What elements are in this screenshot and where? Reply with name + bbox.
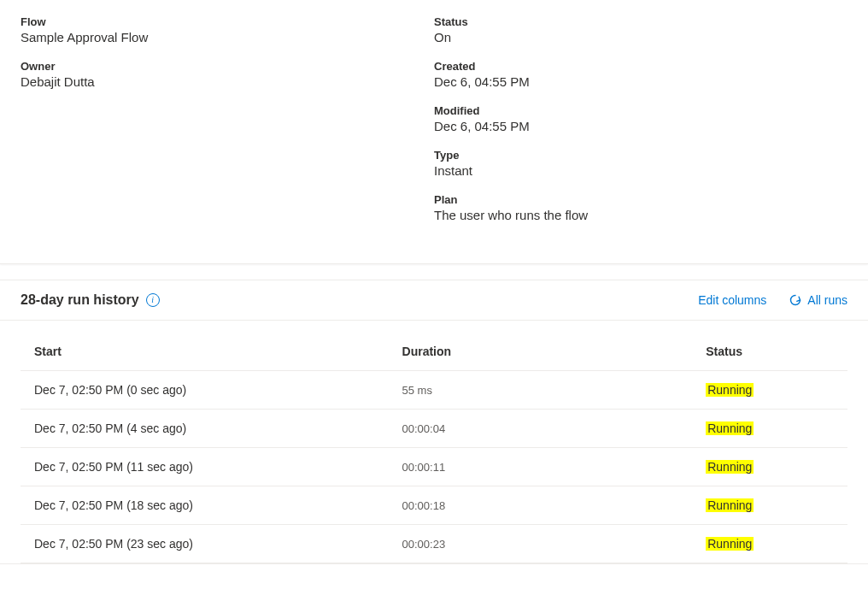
type-value: Instant	[434, 163, 847, 178]
run-duration: 00:00:11	[402, 461, 707, 474]
run-start: Dec 7, 02:50 PM (18 sec ago)	[34, 498, 402, 512]
refresh-icon	[789, 293, 802, 307]
flow-details-card: Flow Sample Approval Flow Owner Debajit …	[0, 0, 868, 264]
run-history-header: 28-day run history i Edit columns All ru…	[0, 280, 868, 321]
table-row[interactable]: Dec 7, 02:50 PM (18 sec ago) 00:00:18 Ru…	[21, 486, 847, 525]
run-status: Running	[706, 421, 834, 435]
run-start: Dec 7, 02:50 PM (4 sec ago)	[34, 421, 402, 435]
column-header-start[interactable]: Start	[34, 345, 402, 358]
run-history-title: 28-day run history	[21, 292, 139, 308]
detail-group-owner: Owner Debajit Dutta	[21, 60, 417, 89]
run-start: Dec 7, 02:50 PM (23 sec ago)	[34, 537, 402, 551]
run-duration: 00:00:23	[402, 538, 707, 551]
modified-value: Dec 6, 04:55 PM	[434, 119, 847, 133]
run-duration: 55 ms	[402, 384, 707, 397]
table-row[interactable]: Dec 7, 02:50 PM (4 sec ago) 00:00:04 Run…	[21, 410, 847, 448]
detail-group-flow: Flow Sample Approval Flow	[21, 15, 417, 44]
column-header-status[interactable]: Status	[706, 345, 834, 358]
details-right-column: Status On Created Dec 6, 04:55 PM Modifi…	[434, 15, 847, 238]
detail-label: Owner	[21, 60, 417, 73]
detail-group-modified: Modified Dec 6, 04:55 PM	[434, 104, 847, 133]
status-value: On	[434, 30, 847, 44]
column-header-duration[interactable]: Duration	[402, 345, 707, 358]
run-start: Dec 7, 02:50 PM (11 sec ago)	[34, 460, 402, 474]
detail-label: Plan	[434, 193, 847, 206]
run-duration: 00:00:18	[402, 499, 707, 512]
detail-group-status: Status On	[434, 15, 847, 44]
flow-name: Sample Approval Flow	[21, 30, 417, 44]
run-status: Running	[706, 498, 834, 512]
info-icon[interactable]: i	[146, 293, 160, 307]
run-start: Dec 7, 02:50 PM (0 sec ago)	[34, 383, 402, 397]
status-badge: Running	[706, 460, 754, 474]
status-badge: Running	[706, 537, 754, 551]
status-badge: Running	[706, 498, 754, 512]
table-row[interactable]: Dec 7, 02:50 PM (11 sec ago) 00:00:11 Ru…	[21, 448, 847, 486]
run-status: Running	[706, 383, 834, 397]
detail-label: Type	[434, 149, 847, 162]
all-runs-label: All runs	[807, 293, 847, 307]
detail-label: Created	[434, 60, 847, 73]
detail-group-plan: Plan The user who runs the flow	[434, 193, 847, 222]
status-badge: Running	[706, 421, 754, 435]
detail-group-type: Type Instant	[434, 149, 847, 178]
table-row[interactable]: Dec 7, 02:50 PM (0 sec ago) 55 ms Runnin…	[21, 371, 847, 410]
details-left-column: Flow Sample Approval Flow Owner Debajit …	[21, 15, 434, 238]
plan-value: The user who runs the flow	[434, 208, 847, 222]
all-runs-link[interactable]: All runs	[789, 293, 847, 307]
edit-columns-link[interactable]: Edit columns	[698, 293, 766, 307]
table-row[interactable]: Dec 7, 02:50 PM (23 sec ago) 00:00:23 Ru…	[21, 525, 847, 563]
detail-group-created: Created Dec 6, 04:55 PM	[434, 60, 847, 89]
detail-label: Status	[434, 15, 847, 28]
run-history-table: Start Duration Status Dec 7, 02:50 PM (0…	[0, 321, 868, 563]
status-badge: Running	[706, 383, 754, 397]
run-history-actions: Edit columns All runs	[698, 293, 847, 307]
created-value: Dec 6, 04:55 PM	[434, 74, 847, 89]
detail-label: Modified	[434, 104, 847, 117]
table-header-row: Start Duration Status	[21, 321, 847, 371]
run-status: Running	[706, 537, 834, 551]
run-history-section: 28-day run history i Edit columns All ru…	[0, 280, 868, 564]
owner-name: Debajit Dutta	[21, 74, 417, 89]
detail-label: Flow	[21, 15, 417, 28]
run-status: Running	[706, 460, 834, 474]
run-duration: 00:00:04	[402, 422, 707, 435]
